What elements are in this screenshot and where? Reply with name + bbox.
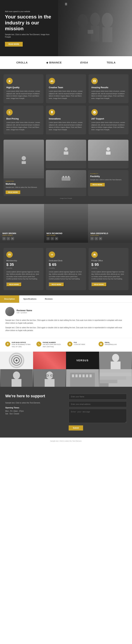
- email-icon: [98, 342, 103, 346]
- office-value: Suite 96 Broadway St New York, NY 1001: [12, 343, 34, 348]
- pricing-price-membership: $ 35: [6, 262, 41, 267]
- logos-bar: CROLLA ◆ BINANCE EVGA TESLA: [0, 56, 132, 69]
- tab-description[interactable]: Description: [0, 296, 19, 303]
- facebook-icon-mary[interactable]: f: [3, 237, 6, 240]
- svg-rect-23: [110, 362, 120, 369]
- opening-times-title: Opening Times: [5, 406, 63, 409]
- team-section: MARY BROWN graphic designer f t in NICK …: [0, 204, 132, 243]
- logo-evga: EVGA: [80, 61, 88, 64]
- portfolio-btn-flexibility[interactable]: READ MORE: [90, 183, 105, 186]
- team-photo-mary: MARY BROWN graphic designer f t in: [0, 204, 44, 243]
- support-form: Submit: [69, 394, 127, 430]
- twitter-icon-mary[interactable]: t: [7, 237, 10, 240]
- instagram-icon-mary[interactable]: in: [11, 237, 14, 240]
- hero-content: Add more speed to your website Your succ…: [5, 10, 54, 46]
- portfolio-card-desk: [46, 140, 86, 168]
- gallery-spiral: [0, 352, 33, 369]
- hero-title: Your success in the industry is our miss…: [5, 14, 54, 32]
- team-info-nick: NICK RICHMOND sales manager f t in: [47, 232, 62, 240]
- feature-text-results: Lorem ipsum dolor lorem dolor sit amun, …: [91, 90, 126, 100]
- pricing-price-desk: $ 65: [49, 262, 83, 267]
- phone-icon: [36, 342, 41, 346]
- contact-email: EMAIL hello@litany.com: [98, 342, 127, 348]
- opening-hours-weekend: Sat - Sun: Closed: [5, 413, 63, 415]
- quality-icon: [6, 78, 13, 84]
- portfolio-img-flexibility: [88, 140, 128, 161]
- feature-card-support: 24/7 Support Lorem ipsum dolor lorem dol…: [88, 106, 128, 134]
- form-name-input[interactable]: [69, 394, 127, 400]
- team-role-nina: project leader: [90, 234, 108, 236]
- instagram-icon-nina[interactable]: in: [99, 237, 102, 240]
- support-icon: [91, 109, 98, 116]
- svg-point-22: [112, 354, 119, 362]
- gallery-building: [66, 369, 99, 387]
- pricing-period-office: /monthly: [91, 267, 126, 269]
- feature-card-amazing-results: Amazing Results Lorem ipsum dolor lorem …: [88, 74, 128, 103]
- portfolio-img-marketing: [4, 140, 44, 178]
- pricing-period-membership: /monthly: [6, 267, 41, 269]
- portfolio-card-flexibility: [88, 140, 128, 168]
- pricing-text-desk: Amcla sademi alimet egestas fagincer non…: [49, 271, 83, 280]
- office-label: OUR MAIN OFFICE: [12, 342, 34, 343]
- portfolio-card-flexibility-text: Flexibility Flexibility Sample text. Cli…: [88, 170, 128, 196]
- pricing-grid: Membership $ 35 /monthly Amcla sademi al…: [4, 248, 128, 290]
- feature-title-support: 24/7 Support: [91, 118, 126, 120]
- feature-title-results: Amazing Results: [91, 86, 126, 89]
- footer-text: Sample text. Click to select the Text El…: [5, 440, 127, 442]
- svg-rect-26: [12, 379, 22, 387]
- email-value: hello@litany.com: [105, 343, 117, 346]
- portfolio-text-marketing: Sample text. Click to select the Text El…: [6, 186, 42, 188]
- portfolio-credit: Image from Freepik: [4, 196, 128, 200]
- twitter-icon-nina[interactable]: t: [95, 237, 98, 240]
- portfolio-btn-marketing[interactable]: READ MORE: [6, 190, 20, 194]
- gallery-stairs: [99, 369, 132, 387]
- svg-point-16: [68, 176, 70, 178]
- facebook-icon-nina[interactable]: f: [90, 237, 94, 240]
- tab-reviews[interactable]: Reviews: [41, 296, 57, 303]
- support-title: We're here to support: [5, 394, 63, 398]
- review-text-2: Sample text. Click to select the text bo…: [5, 326, 127, 332]
- hamburger-menu[interactable]: ☰: [65, 2, 67, 6]
- footer: Sample text. Click to select the Text El…: [0, 438, 132, 444]
- form-message-input[interactable]: [69, 409, 127, 423]
- gallery-red-pattern: [33, 352, 66, 369]
- logo-binance: ◆ BINANCE: [46, 61, 62, 64]
- portfolio-tag-marketing: Marketing: [6, 180, 42, 182]
- form-email-input[interactable]: [69, 401, 127, 407]
- pricing-btn-office[interactable]: READ MORE: [91, 282, 107, 286]
- facebook-icon-nick[interactable]: f: [47, 237, 50, 240]
- fax-label: FAX: [74, 342, 85, 343]
- portfolio-card-marketing: Marketing Marketing Sample text. Click t…: [4, 140, 44, 196]
- svg-rect-35: [75, 374, 78, 377]
- pricing-card-desk: Dedicated Desk $ 65 /monthly Amcla sadem…: [46, 248, 86, 290]
- gallery-portrait-woman: [0, 369, 33, 387]
- phone-value: 234-9875-5400 880-0123-4567 (Toll Free): [43, 343, 65, 348]
- svg-rect-42: [100, 380, 117, 383]
- feature-title-quality: Hight Quality: [6, 86, 41, 89]
- tab-specifications[interactable]: Specifications: [19, 296, 41, 303]
- feature-text-innovations: Lorem ipsum dolor lorem dolor sit amun, …: [49, 122, 83, 131]
- portfolio-section: Marketing Marketing Sample text. Click t…: [0, 140, 132, 204]
- portfolio-tag-flexibility: Flexibility: [90, 173, 126, 174]
- instagram-icon-nick[interactable]: in: [55, 237, 58, 240]
- hero-cta-button[interactable]: READ MORE: [5, 42, 23, 46]
- contact-office: OUR MAIN OFFICE Suite 96 Broadway St New…: [5, 342, 34, 348]
- pricing-btn-membership[interactable]: READ MORE: [6, 282, 22, 286]
- team-icon: [49, 78, 55, 84]
- svg-point-28: [46, 372, 53, 379]
- support-text: Sample text. Click to select the Text El…: [5, 402, 63, 404]
- feature-title-team: Creative Team: [49, 86, 83, 89]
- feature-text-team: Lorem ipsum dolor lorem dolor sit amun, …: [49, 90, 83, 100]
- svg-rect-39: [90, 374, 92, 377]
- features-grid: Hight Quality Lorem ipsum dolor lorem do…: [4, 74, 128, 134]
- portfolio-flexibility-content: Flexibility Flexibility Sample text. Cli…: [88, 170, 128, 188]
- svg-point-25: [13, 372, 20, 379]
- team-photo-nick: NICK RICHMOND sales manager f t in: [44, 204, 88, 243]
- portfolio-title-flexibility: Flexibility: [90, 175, 126, 178]
- hero-subtitle: Sample text. Click to select the Text El…: [5, 34, 54, 38]
- office-location-icon: [5, 342, 10, 346]
- twitter-icon-nick[interactable]: t: [51, 237, 54, 240]
- pricing-btn-desk[interactable]: READ MORE: [49, 282, 64, 286]
- form-submit-button[interactable]: Submit: [69, 426, 83, 430]
- results-icon: [91, 78, 98, 84]
